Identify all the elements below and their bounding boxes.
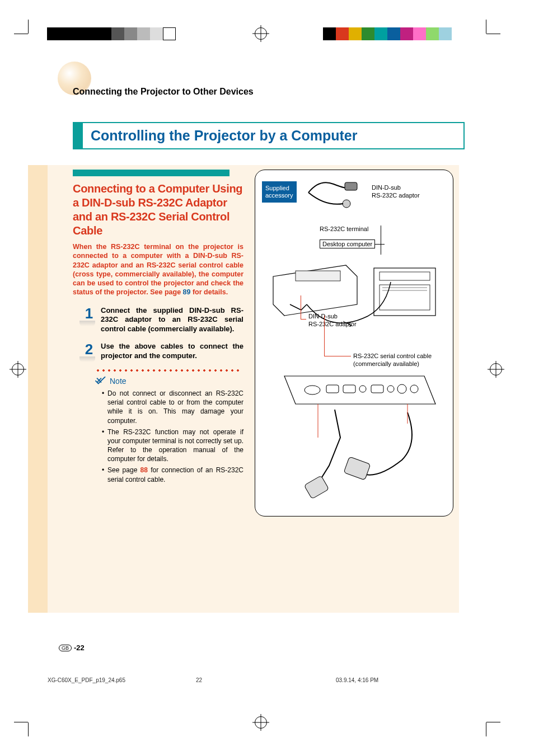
sheet-number: 22: [196, 677, 336, 683]
note-bullet: See page 88 for connection of an RS-232C…: [102, 466, 243, 483]
note-list: Do not connect or disconnect an RS-232C …: [102, 389, 243, 484]
step-number: 2: [83, 342, 95, 356]
intro-paragraph: When the RS-232C terminal on the project…: [73, 242, 243, 297]
note-text-pre: See page: [107, 466, 140, 474]
crop-mark: [14, 722, 28, 722]
page-title: Controlling the Projector by a Computer: [73, 122, 465, 149]
page-reference-link[interactable]: 88: [140, 466, 148, 474]
gb-badge: GB: [59, 645, 72, 651]
page-number: GB -22: [59, 644, 85, 652]
registration-mark-icon: [255, 716, 267, 729]
diagram-label-adaptor: DIN-D-sub RS-232C adaptor: [372, 184, 420, 200]
step-item: 2 Use the above cables to connect the pr…: [83, 342, 243, 361]
svg-point-1: [343, 200, 350, 208]
crop-mark: [28, 722, 29, 736]
step-item: 1 Connect the supplied DIN-D-sub RS-232C…: [83, 306, 243, 335]
diagram-label-desktop: Desktop computer: [320, 240, 375, 248]
subsection-heading: Connecting to a Computer Using a DIN-D-s…: [73, 182, 243, 238]
grayscale-bar: [47, 27, 176, 40]
page-number-value: -22: [74, 644, 85, 652]
dotted-separator: [95, 369, 241, 372]
crop-mark: [486, 722, 500, 722]
crop-mark: [28, 20, 29, 34]
section-breadcrumb: Connecting the Projector to Other Device…: [73, 87, 254, 97]
crop-mark: [486, 34, 500, 34]
print-timestamp: 03.9.14, 4:16 PM: [336, 677, 484, 683]
diagram-label-serial-cable: RS-232C serial control cable (commercial…: [353, 352, 432, 368]
note-label: Note: [110, 377, 127, 386]
supplied-line2: accessory: [265, 192, 293, 199]
svg-rect-17: [344, 457, 371, 480]
adaptor-cable-icon: [303, 176, 367, 212]
diagram-label-adaptor-2: DIN-D-sub RS-232C adaptor: [308, 312, 357, 328]
side-tab: [28, 165, 48, 613]
crop-mark: [14, 34, 28, 34]
supplied-accessory-badge: Supplied accessory: [262, 181, 297, 203]
note-bullet: The RS-232C function may not operate if …: [102, 428, 243, 464]
note-heading: Note: [95, 377, 243, 386]
svg-rect-3: [374, 268, 435, 316]
svg-rect-16: [304, 476, 329, 499]
note-bullet: Do not connect or disconnect an RS-232C …: [102, 389, 243, 425]
color-bar: [323, 27, 452, 40]
supplied-line1: Supplied: [265, 185, 289, 191]
step-text: Use the above cables to connect the proj…: [101, 342, 243, 361]
note-icon: [95, 377, 107, 386]
svg-rect-0: [345, 182, 357, 190]
registration-mark-icon: [12, 363, 24, 375]
step-number: 1: [83, 306, 95, 321]
registration-mark-icon: [490, 363, 502, 375]
diagram-label-terminal: RS-232C terminal: [320, 226, 381, 232]
crop-mark: [486, 20, 486, 34]
accent-bar: [73, 170, 229, 176]
port-closeup-illustration: [262, 370, 447, 510]
svg-rect-2: [296, 271, 340, 281]
connection-diagram: Supplied accessory DIN-D-sub RS-232C ada…: [255, 170, 453, 516]
step-text: Connect the supplied DIN-D-sub RS-232C a…: [101, 306, 243, 335]
source-filename: XG-C60X_E_PDF_p19_24.p65: [48, 677, 196, 683]
print-metadata-footer: XG-C60X_E_PDF_p19_24.p65 22 03.9.14, 4:1…: [48, 677, 484, 683]
registration-mark-icon: [255, 27, 267, 40]
intro-text-post: for details.: [190, 288, 228, 296]
page-reference-link[interactable]: 89: [183, 288, 191, 296]
crop-mark: [486, 722, 486, 736]
